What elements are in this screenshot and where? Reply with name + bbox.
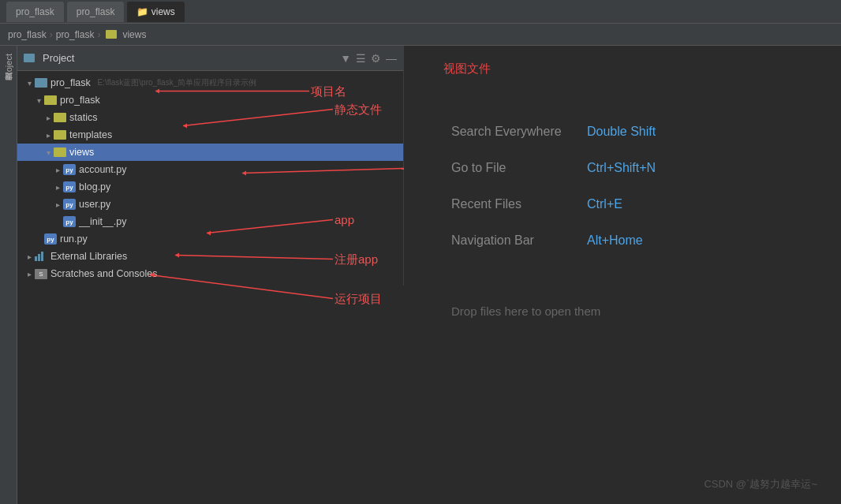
pro-flask-folder-icon <box>44 95 57 105</box>
tree-init-py[interactable]: py __init__.py <box>17 213 403 230</box>
init-py-name: __init__.py <box>79 216 126 227</box>
shortcut-label-1: Search Everywhere <box>451 125 577 139</box>
settings-icon[interactable]: ⚙ <box>371 52 381 65</box>
tree-statics[interactable]: statics <box>17 109 403 126</box>
project-folder-icon <box>24 54 35 62</box>
templates-arrow <box>43 131 54 140</box>
tree-scratches[interactable]: S Scratches and Consoles <box>17 265 403 282</box>
shortcut-label-3: Recent Files <box>451 197 577 211</box>
user-py-name: user.py <box>79 199 110 210</box>
project-side-label[interactable]: Project <box>2 50 15 84</box>
breadcrumb-item-1[interactable]: pro_flask <box>8 29 47 40</box>
root-name: pro_flask <box>50 77 91 88</box>
shortcut-row-1: Search Everywhere Double Shift <box>451 125 656 139</box>
tree-external-libs[interactable]: External Libraries <box>17 248 403 265</box>
shortcut-row-3: Recent Files Ctrl+E <box>451 197 656 211</box>
ext-libs-name: External Libraries <box>50 251 127 262</box>
statics-folder-icon <box>54 113 66 122</box>
ext-libs-icon <box>35 252 47 262</box>
tab-pro-flask-1[interactable]: pro_flask <box>6 2 64 22</box>
project-header: Project ▼ ☰ ⚙ — <box>17 46 403 71</box>
minimize-icon[interactable]: — <box>386 52 397 65</box>
ide-main-panel: 视图文件 Search Everywhere Double Shift Go t… <box>404 46 841 504</box>
tree-account-py[interactable]: py account.py <box>17 161 403 178</box>
shortcut-key-1: Double Shift <box>587 125 656 139</box>
sort-icon[interactable]: ☰ <box>356 52 366 65</box>
blog-arrow <box>52 183 63 192</box>
project-panel-wrapper: Project ▼ ☰ ⚙ — pro_flask E:\flask蓝图\pro… <box>17 46 404 504</box>
user-py-icon: py <box>63 199 76 210</box>
breadcrumb: pro_flask › pro_flask › views <box>0 24 841 46</box>
scratches-name: Scratches and Consoles <box>50 268 158 279</box>
shortcut-row-4: Navigation Bar Alt+Home <box>451 233 656 248</box>
run-py-name: run.py <box>60 233 88 245</box>
breadcrumb-folder-icon <box>106 30 117 39</box>
scratches-icon: S <box>35 269 47 279</box>
tree-root[interactable]: pro_flask E:\flask蓝图\pro_flask_简单应用程序目录示… <box>17 74 403 91</box>
tree-pro-flask[interactable]: pro_flask <box>17 91 403 109</box>
tab-pro-flask-2[interactable]: pro_flask <box>67 2 125 22</box>
tree-run-py[interactable]: py run.py <box>17 230 403 248</box>
shortcuts-container: Search Everywhere Double Shift Go to Fil… <box>451 125 656 248</box>
watermark: CSDN @`越努力越幸运~ <box>704 477 817 491</box>
statics-arrow <box>43 114 54 122</box>
pro-flask-arrow <box>33 96 44 105</box>
statics-name: statics <box>69 112 97 123</box>
shortcut-row-2: Go to File Ctrl+Shift+N <box>451 161 656 175</box>
article-side-label[interactable]: 文章归 <box>2 84 16 90</box>
tree-user-py[interactable]: py user.py <box>17 196 403 213</box>
file-tree: pro_flask E:\flask蓝图\pro_flask_简单应用程序目录示… <box>17 71 403 286</box>
tab-bar: pro_flask pro_flask 📁 views <box>0 0 841 24</box>
root-folder-icon <box>35 78 47 88</box>
tree-views[interactable]: views <box>17 144 403 161</box>
ext-libs-arrow <box>24 252 35 261</box>
views-arrow <box>43 148 54 157</box>
project-panel: Project ▼ ☰ ⚙ — pro_flask E:\flask蓝图\pro… <box>17 46 404 286</box>
views-name: views <box>69 147 94 158</box>
shortcut-key-2: Ctrl+Shift+N <box>587 161 656 175</box>
drop-files-text: Drop files here to open them <box>451 304 600 318</box>
tree-templates[interactable]: templates <box>17 126 403 144</box>
user-arrow <box>52 200 63 209</box>
init-py-icon: py <box>63 216 76 227</box>
collapse-icon[interactable]: ▼ <box>340 52 351 65</box>
main-area: Project 文章归 Project ▼ ☰ ⚙ — pro_flask <box>0 46 841 504</box>
shortcut-key-3: Ctrl+E <box>587 197 622 211</box>
shortcut-label-2: Go to File <box>451 161 577 175</box>
tree-blog-py[interactable]: py blog.py <box>17 178 403 196</box>
templates-folder-icon <box>54 130 66 140</box>
project-title: Project <box>43 52 335 64</box>
breadcrumb-item-2[interactable]: pro_flask <box>56 29 95 40</box>
svg-text:运行项目: 运行项目 <box>335 292 382 305</box>
scratches-arrow <box>24 270 35 278</box>
account-py-icon: py <box>63 164 76 175</box>
blog-py-name: blog.py <box>79 181 110 192</box>
root-arrow <box>24 79 35 88</box>
tab-views[interactable]: 📁 views <box>127 2 184 22</box>
shortcut-label-4: Navigation Bar <box>451 233 577 248</box>
account-arrow <box>52 166 63 174</box>
shortcut-key-4: Alt+Home <box>587 233 643 248</box>
pro-flask-name: pro_flask <box>60 95 100 106</box>
templates-name: templates <box>69 129 112 140</box>
view-files-label: 视图文件 <box>443 62 491 77</box>
breadcrumb-item-3[interactable]: views <box>122 29 146 40</box>
run-py-icon: py <box>44 233 57 245</box>
blog-py-icon: py <box>63 181 76 192</box>
root-path: E:\flask蓝图\pro_flask_简单应用程序目录示例 <box>95 77 256 88</box>
views-folder-icon <box>54 147 66 157</box>
side-panel-label: Project 文章归 <box>0 46 17 504</box>
account-py-name: account.py <box>79 164 126 175</box>
